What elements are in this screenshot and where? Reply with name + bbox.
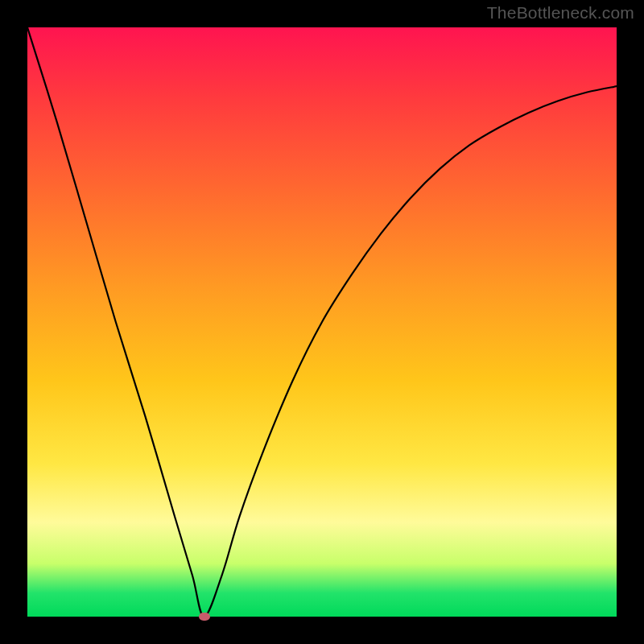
watermark-text: TheBottleneck.com [487, 3, 634, 23]
optimal-point-marker [199, 613, 210, 621]
chart-frame: TheBottleneck.com [0, 0, 644, 644]
plot-area [27, 27, 617, 617]
bottleneck-curve [27, 27, 617, 617]
